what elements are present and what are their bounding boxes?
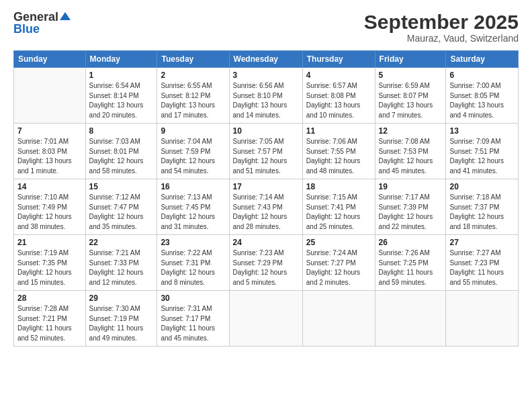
day-number: 28 [17,293,82,303]
calendar-cell: 15Sunrise: 7:12 AMSunset: 7:47 PMDayligh… [85,179,157,235]
day-number: 1 [89,71,154,80]
header-thursday: Thursday [302,51,375,68]
calendar-cell: 28Sunrise: 7:28 AMSunset: 7:21 PMDayligh… [14,291,86,347]
day-detail: Sunrise: 6:55 AMSunset: 8:12 PMDaylight:… [161,81,225,120]
logo-icon [60,11,71,21]
day-number: 18 [306,182,371,191]
calendar-cell: 3Sunrise: 6:56 AMSunset: 8:10 PMDaylight… [229,68,302,124]
calendar-cell: 12Sunrise: 7:08 AMSunset: 7:53 PMDayligh… [375,124,446,179]
calendar-table: Sunday Monday Tuesday Wednesday Thursday… [13,50,519,347]
day-number: 26 [379,238,443,247]
day-detail: Sunrise: 7:04 AMSunset: 7:59 PMDaylight:… [161,137,225,176]
day-number: 9 [161,126,225,136]
day-number: 30 [161,293,225,303]
logo: General Blue [13,11,71,35]
calendar-cell: 13Sunrise: 7:09 AMSunset: 7:51 PMDayligh… [446,124,519,179]
day-number: 15 [89,182,154,191]
calendar-cell: 22Sunrise: 7:21 AMSunset: 7:33 PMDayligh… [85,235,157,291]
day-detail: Sunrise: 7:22 AMSunset: 7:31 PMDaylight:… [161,248,225,287]
day-detail: Sunrise: 7:03 AMSunset: 8:01 PMDaylight:… [89,137,154,176]
day-number: 12 [379,126,443,136]
day-detail: Sunrise: 7:06 AMSunset: 7:55 PMDaylight:… [306,137,371,176]
calendar-cell: 19Sunrise: 7:17 AMSunset: 7:39 PMDayligh… [375,179,446,235]
day-detail: Sunrise: 6:56 AMSunset: 8:10 PMDaylight:… [233,81,299,120]
calendar-cell [446,291,519,347]
day-detail: Sunrise: 7:10 AMSunset: 7:49 PMDaylight:… [17,193,82,232]
day-number: 10 [233,126,299,136]
day-number: 13 [449,126,515,136]
day-detail: Sunrise: 7:12 AMSunset: 7:47 PMDaylight:… [89,193,154,232]
day-number: 27 [449,238,515,247]
calendar-cell [302,291,375,347]
location-title: Mauraz, Vaud, Switzerland [364,33,519,44]
calendar-week-row: 1Sunrise: 6:54 AMSunset: 8:14 PMDaylight… [14,68,519,124]
day-detail: Sunrise: 7:26 AMSunset: 7:25 PMDaylight:… [379,248,443,287]
logo-blue-text: Blue [13,23,40,35]
calendar-cell: 11Sunrise: 7:06 AMSunset: 7:55 PMDayligh… [302,124,375,179]
calendar-cell: 18Sunrise: 7:15 AMSunset: 7:41 PMDayligh… [302,179,375,235]
calendar-cell: 7Sunrise: 7:01 AMSunset: 8:03 PMDaylight… [14,124,86,179]
title-block: September 2025 Mauraz, Vaud, Switzerland [364,11,519,44]
day-number: 22 [89,238,154,247]
calendar-cell: 6Sunrise: 7:00 AMSunset: 8:05 PMDaylight… [446,68,519,124]
calendar-cell: 21Sunrise: 7:19 AMSunset: 7:35 PMDayligh… [14,235,86,291]
svg-marker-0 [60,12,71,20]
day-detail: Sunrise: 7:15 AMSunset: 7:41 PMDaylight:… [306,193,371,232]
day-detail: Sunrise: 7:19 AMSunset: 7:35 PMDaylight:… [17,248,82,287]
day-detail: Sunrise: 7:21 AMSunset: 7:33 PMDaylight:… [89,248,154,287]
day-number: 11 [306,126,371,136]
calendar-cell: 17Sunrise: 7:14 AMSunset: 7:43 PMDayligh… [229,179,302,235]
day-detail: Sunrise: 6:59 AMSunset: 8:07 PMDaylight:… [379,81,443,120]
calendar-cell: 27Sunrise: 7:27 AMSunset: 7:23 PMDayligh… [446,235,519,291]
calendar-cell: 26Sunrise: 7:26 AMSunset: 7:25 PMDayligh… [375,235,446,291]
header-tuesday: Tuesday [157,51,229,68]
day-detail: Sunrise: 7:18 AMSunset: 7:37 PMDaylight:… [449,193,515,232]
header-wednesday: Wednesday [229,51,302,68]
calendar-header-row: Sunday Monday Tuesday Wednesday Thursday… [14,51,519,68]
calendar-cell [375,291,446,347]
day-detail: Sunrise: 7:28 AMSunset: 7:21 PMDaylight:… [17,304,82,343]
calendar-cell: 1Sunrise: 6:54 AMSunset: 8:14 PMDaylight… [85,68,157,124]
calendar-cell: 20Sunrise: 7:18 AMSunset: 7:37 PMDayligh… [446,179,519,235]
calendar-week-row: 14Sunrise: 7:10 AMSunset: 7:49 PMDayligh… [14,179,519,235]
day-number: 16 [161,182,225,191]
header-friday: Friday [375,51,446,68]
day-number: 7 [17,126,82,136]
day-number: 20 [449,182,515,191]
day-detail: Sunrise: 7:13 AMSunset: 7:45 PMDaylight:… [161,193,225,232]
day-number: 8 [89,126,154,136]
calendar-cell: 14Sunrise: 7:10 AMSunset: 7:49 PMDayligh… [14,179,86,235]
calendar-cell: 24Sunrise: 7:23 AMSunset: 7:29 PMDayligh… [229,235,302,291]
calendar-week-row: 21Sunrise: 7:19 AMSunset: 7:35 PMDayligh… [14,235,519,291]
calendar-cell: 9Sunrise: 7:04 AMSunset: 7:59 PMDaylight… [157,124,229,179]
day-detail: Sunrise: 7:30 AMSunset: 7:19 PMDaylight:… [89,304,154,343]
day-number: 29 [89,293,154,303]
day-number: 6 [449,71,515,80]
calendar-cell [14,68,86,124]
day-detail: Sunrise: 7:00 AMSunset: 8:05 PMDaylight:… [449,81,515,120]
day-number: 24 [233,238,299,247]
day-number: 19 [379,182,443,191]
day-detail: Sunrise: 7:14 AMSunset: 7:43 PMDaylight:… [233,193,299,232]
calendar-cell: 30Sunrise: 7:31 AMSunset: 7:17 PMDayligh… [157,291,229,347]
day-detail: Sunrise: 7:01 AMSunset: 8:03 PMDaylight:… [17,137,82,176]
calendar-cell: 4Sunrise: 6:57 AMSunset: 8:08 PMDaylight… [302,68,375,124]
day-number: 17 [233,182,299,191]
calendar-cell: 23Sunrise: 7:22 AMSunset: 7:31 PMDayligh… [157,235,229,291]
day-number: 23 [161,238,225,247]
day-detail: Sunrise: 6:57 AMSunset: 8:08 PMDaylight:… [306,81,371,120]
day-detail: Sunrise: 6:54 AMSunset: 8:14 PMDaylight:… [89,81,154,120]
page: General Blue September 2025 Mauraz, Vaud… [0,0,532,411]
logo-general-text: General [13,11,58,23]
calendar-cell: 2Sunrise: 6:55 AMSunset: 8:12 PMDaylight… [157,68,229,124]
calendar-cell [229,291,302,347]
day-detail: Sunrise: 7:23 AMSunset: 7:29 PMDaylight:… [233,248,299,287]
day-number: 25 [306,238,371,247]
day-detail: Sunrise: 7:31 AMSunset: 7:17 PMDaylight:… [161,304,225,343]
calendar-cell: 5Sunrise: 6:59 AMSunset: 8:07 PMDaylight… [375,68,446,124]
calendar-week-row: 28Sunrise: 7:28 AMSunset: 7:21 PMDayligh… [14,291,519,347]
month-title: September 2025 [364,11,519,33]
day-number: 5 [379,71,443,80]
day-detail: Sunrise: 7:27 AMSunset: 7:23 PMDaylight:… [449,248,515,287]
calendar-cell: 25Sunrise: 7:24 AMSunset: 7:27 PMDayligh… [302,235,375,291]
